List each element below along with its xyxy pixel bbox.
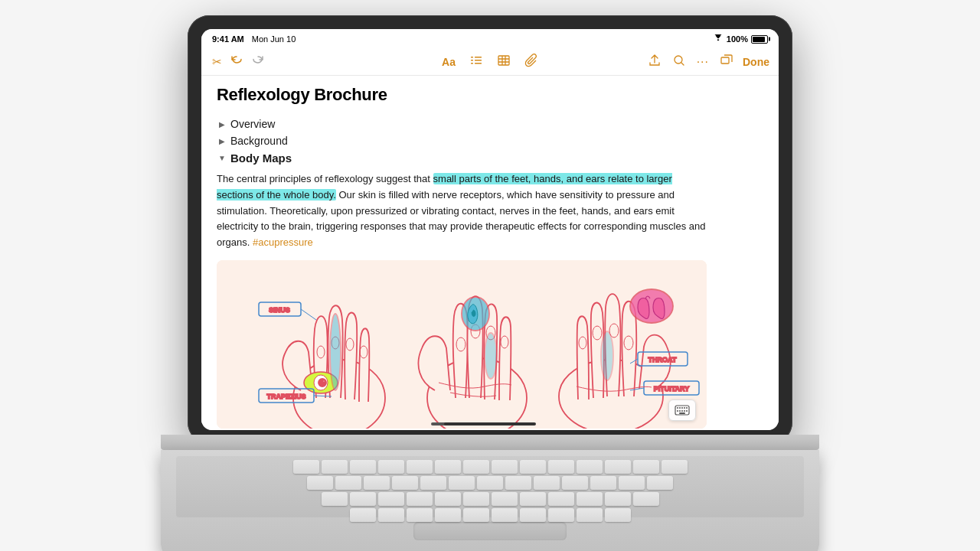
svg-point-11 xyxy=(675,56,682,64)
svg-point-42 xyxy=(630,289,673,323)
key-shift[interactable] xyxy=(322,492,348,506)
svg-point-22 xyxy=(323,380,325,382)
key-backspace[interactable] xyxy=(662,460,688,474)
key[interactable] xyxy=(492,460,518,474)
key[interactable] xyxy=(577,460,603,474)
status-bar: 9:41 AM Mon Jun 10 xyxy=(201,29,779,49)
keyboard-button[interactable] xyxy=(668,399,696,421)
key-row-space xyxy=(182,508,798,522)
key[interactable] xyxy=(364,476,390,490)
more-button[interactable]: ··· xyxy=(695,54,710,70)
lasso-icon[interactable]: ✂ xyxy=(211,54,224,70)
key[interactable] xyxy=(605,492,631,506)
svg-text:PITUITARY: PITUITARY xyxy=(654,385,690,393)
key-alt[interactable] xyxy=(407,508,433,522)
done-button[interactable]: Done xyxy=(743,56,769,68)
key[interactable] xyxy=(590,476,616,490)
body-text-before: The central principles of reflexology su… xyxy=(217,173,433,184)
svg-rect-4 xyxy=(471,63,473,64)
key[interactable] xyxy=(577,492,603,506)
key-left[interactable] xyxy=(520,508,546,522)
redo-button[interactable] xyxy=(250,52,266,72)
undo-button[interactable] xyxy=(228,52,245,72)
list-button[interactable] xyxy=(468,52,485,72)
key[interactable] xyxy=(548,492,574,506)
svg-text:SINUS: SINUS xyxy=(269,306,290,314)
svg-text:TRAPEZIUS: TRAPEZIUS xyxy=(266,393,305,400)
svg-rect-0 xyxy=(471,57,473,58)
toolbar-center: Aa xyxy=(399,52,581,72)
key[interactable] xyxy=(534,476,560,490)
toolbar-right: ··· Done xyxy=(587,52,769,72)
outline-item-overview[interactable]: ▶ Overview xyxy=(217,116,763,132)
key[interactable] xyxy=(520,460,546,474)
reflexology-image: SINUS TRAPEZIUS xyxy=(217,260,707,429)
key[interactable] xyxy=(407,460,433,474)
key[interactable] xyxy=(420,476,446,490)
scene: 9:41 AM Mon Jun 10 xyxy=(0,0,980,551)
outline-item-background[interactable]: ▶ Background xyxy=(217,132,763,149)
outline-item-body-maps[interactable]: ▼ Body Maps xyxy=(217,149,763,167)
search-button[interactable] xyxy=(671,52,688,72)
key[interactable] xyxy=(378,492,404,506)
key[interactable] xyxy=(477,476,503,490)
key[interactable] xyxy=(350,460,376,474)
key-ctrl[interactable] xyxy=(378,508,404,522)
key-right[interactable] xyxy=(605,508,631,522)
ipad-device: 9:41 AM Mon Jun 10 xyxy=(188,15,792,444)
toolbar: ✂ xyxy=(201,49,779,76)
key[interactable] xyxy=(378,460,404,474)
key[interactable] xyxy=(463,460,489,474)
chevron-right-icon-2: ▶ xyxy=(217,135,227,146)
wifi-icon xyxy=(713,34,724,44)
key[interactable] xyxy=(449,476,475,490)
key[interactable] xyxy=(335,476,361,490)
attachment-button[interactable] xyxy=(523,52,540,72)
svg-rect-3 xyxy=(475,60,482,61)
table-button[interactable] xyxy=(495,52,512,72)
status-date: Mon Jun 10 xyxy=(252,34,296,44)
key-tab[interactable] xyxy=(307,476,333,490)
home-indicator xyxy=(444,422,536,425)
key[interactable] xyxy=(562,476,588,490)
svg-rect-6 xyxy=(498,56,509,65)
battery-fill xyxy=(753,37,765,42)
key-space[interactable] xyxy=(463,508,489,522)
key[interactable] xyxy=(605,460,631,474)
key-return[interactable] xyxy=(647,476,673,490)
key[interactable] xyxy=(633,460,659,474)
key[interactable] xyxy=(322,460,348,474)
key[interactable] xyxy=(505,476,531,490)
key-row-1 xyxy=(182,460,798,474)
key[interactable] xyxy=(350,492,376,506)
svg-point-43 xyxy=(601,331,613,380)
key[interactable] xyxy=(435,460,461,474)
font-format-button[interactable]: Aa xyxy=(440,54,457,70)
key-fn[interactable] xyxy=(350,508,376,522)
body-maps-label: Body Maps xyxy=(230,152,292,165)
keyboard-keys[interactable] xyxy=(176,456,804,517)
key-cmd-right[interactable] xyxy=(492,508,518,522)
key[interactable] xyxy=(435,492,461,506)
key[interactable] xyxy=(492,492,518,506)
svg-rect-2 xyxy=(471,60,473,61)
key[interactable] xyxy=(293,460,319,474)
document-title: Reflexology Brochure xyxy=(217,85,763,105)
key-shift-right[interactable] xyxy=(633,492,659,506)
key[interactable] xyxy=(407,492,433,506)
key[interactable] xyxy=(619,476,645,490)
magic-keyboard xyxy=(161,435,819,551)
keyboard-body xyxy=(161,450,819,551)
key[interactable] xyxy=(463,492,489,506)
key-cmd-left[interactable] xyxy=(435,508,461,522)
body-text: The central principles of reflexology su… xyxy=(217,171,707,251)
multiwindow-button[interactable] xyxy=(718,52,735,72)
key[interactable] xyxy=(392,476,418,490)
key[interactable] xyxy=(548,460,574,474)
key[interactable] xyxy=(520,492,546,506)
share-button[interactable] xyxy=(646,52,663,72)
battery-pct: 100% xyxy=(727,34,748,44)
trackpad[interactable] xyxy=(413,522,567,540)
key-up[interactable] xyxy=(548,508,574,522)
key-down[interactable] xyxy=(577,508,603,522)
